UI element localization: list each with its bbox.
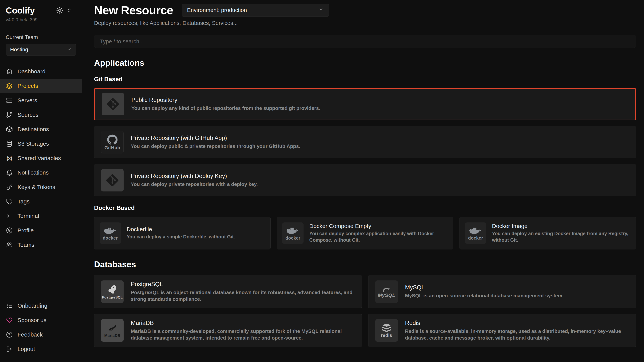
card-title: Public Repository (132, 97, 320, 103)
sidebar-item-label: S3 Storages (18, 141, 49, 147)
sidebar-item-profile[interactable]: Profile (0, 223, 82, 238)
logout-icon (6, 346, 13, 353)
card-description: MariaDB is a community-developed, commer… (131, 328, 355, 341)
mariadb-icon: MariaDB (101, 319, 124, 342)
sidebar-item-tags[interactable]: Tags (0, 194, 82, 209)
docker-based-cards: docker Dockerfile You can deploy a simpl… (94, 217, 636, 249)
sidebar-item-label: Profile (18, 227, 34, 234)
card-description: You can deploy any kind of public reposi… (132, 105, 320, 112)
sidebar-item-label: Logout (18, 346, 35, 352)
sidebar-item-onboarding[interactable]: Onboarding (0, 299, 82, 313)
card-title: Private Repository (with GitHub App) (131, 135, 300, 142)
postgresql-logo-text: PostgreSQL (102, 296, 123, 299)
server-icon (6, 97, 13, 104)
sidebar-item-label: Teams (18, 242, 34, 248)
resource-card-mysql[interactable]: MySQL MySQL MySQL is an open-source rela… (368, 275, 636, 308)
heart-icon (6, 317, 13, 324)
github-icon: GitHub (101, 131, 124, 154)
docker-logo-text: docker (468, 236, 483, 240)
sidebar-item-projects[interactable]: Projects (0, 79, 82, 93)
card-description: Redis is a source-available, in-memory s… (405, 328, 629, 341)
resource-card-docker-image[interactable]: docker Docker Image You can deploy an ex… (460, 217, 636, 249)
page-title: New Resource (94, 3, 173, 17)
resource-card-postgresql[interactable]: PostgreSQL PostgreSQL PostgreSQL is an o… (94, 275, 362, 308)
git-icon (101, 169, 124, 191)
sidebar-item-destinations[interactable]: Destinations (0, 122, 82, 137)
section-applications-title: Applications (94, 58, 636, 68)
environment-select[interactable]: Environment: production (182, 4, 329, 17)
key-icon (6, 183, 13, 191)
sidebar-item-dashboard[interactable]: Dashboard (0, 64, 82, 79)
git-branch-icon (6, 111, 13, 118)
variable-icon: (x) (6, 155, 13, 162)
docker-icon: docker (100, 222, 121, 244)
card-title: Private Repository (with Deploy Key) (131, 173, 258, 180)
resource-card-redis[interactable]: redis Redis Redis is a source-available,… (368, 314, 636, 347)
sidebar-item-label: Onboarding (18, 303, 48, 309)
sidebar-item-logout[interactable]: Logout (0, 342, 82, 356)
card-title: MariaDB (131, 320, 355, 327)
collapse-expand-icon[interactable] (67, 8, 72, 13)
docker-logo-text: docker (103, 236, 118, 240)
page-subtitle: Deploy resources, like Applications, Dat… (94, 20, 636, 26)
redis-icon: redis (375, 319, 398, 342)
resource-card-public-repository[interactable]: Public Repository You can deploy any kin… (94, 88, 636, 120)
card-title: Redis (405, 320, 629, 327)
search-input[interactable] (94, 35, 636, 48)
sidebar-item-label: Feedback (18, 331, 43, 338)
sidebar-item-label: Projects (18, 83, 38, 89)
card-description: You can deploy a simple Dockerfile, with… (127, 234, 235, 240)
subsection-docker-based-title: Docker Based (94, 204, 636, 211)
users-icon (6, 241, 13, 248)
docker-logo-text: docker (286, 236, 300, 240)
resource-card-docker-compose-empty[interactable]: docker Docker Compose Empty You can depl… (277, 217, 453, 249)
docker-icon: docker (465, 222, 486, 244)
sidebar-nav: Dashboard Projects Servers Sources Desti… (0, 64, 82, 252)
card-title: Dockerfile (127, 226, 235, 232)
theme-toggle-icon[interactable] (56, 7, 63, 14)
sidebar: Coolify v4.0.0-beta.399 Current Team Hos… (0, 0, 82, 362)
resource-card-private-repository-github-app[interactable]: GitHub Private Repository (with GitHub A… (94, 126, 636, 158)
postgresql-icon: PostgreSQL (101, 280, 124, 303)
sidebar-item-sources[interactable]: Sources (0, 108, 82, 122)
user-circle-icon (6, 227, 13, 234)
sidebar-item-label: Terminal (18, 213, 39, 219)
app-version: v4.0.0-beta.399 (0, 17, 82, 22)
database-cards: PostgreSQL PostgreSQL PostgreSQL is an o… (94, 275, 636, 347)
current-team-label: Current Team (6, 34, 76, 40)
checklist-icon (6, 302, 13, 309)
chevron-down-icon (67, 47, 72, 53)
card-description: MySQL is an open-source relational datab… (405, 292, 564, 299)
resource-card-private-repository-deploy-key[interactable]: Private Repository (with Deploy Key) You… (94, 164, 636, 196)
resource-card-dockerfile[interactable]: docker Dockerfile You can deploy a simpl… (94, 217, 270, 249)
home-icon (6, 68, 13, 75)
card-title: Docker Compose Empty (309, 223, 448, 229)
sidebar-item-sponsor-us[interactable]: Sponsor us (0, 313, 82, 327)
sidebar-item-teams[interactable]: Teams (0, 238, 82, 252)
section-databases-title: Databases (94, 260, 636, 269)
app-logo: Coolify (6, 5, 35, 15)
card-description: You can deploy public & private reposito… (131, 143, 300, 150)
docker-icon: docker (282, 222, 304, 244)
sidebar-item-shared-variables[interactable]: (x) Shared Variables (0, 151, 82, 166)
card-title: MySQL (405, 284, 564, 291)
mysql-logo-text: MySQL (378, 293, 395, 298)
sidebar-item-s3-storages[interactable]: S3 Storages (0, 137, 82, 151)
sidebar-item-terminal[interactable]: Terminal (0, 209, 82, 223)
sidebar-item-label: Destinations (18, 126, 49, 133)
sidebar-footer-nav: Onboarding Sponsor us Feedback Logout (0, 299, 82, 356)
bell-icon (6, 169, 13, 176)
terminal-icon (6, 212, 13, 220)
sidebar-item-keys-tokens[interactable]: Keys & Tokens (0, 180, 82, 194)
card-description: You can deploy private repositories with… (131, 181, 258, 188)
sidebar-item-servers[interactable]: Servers (0, 93, 82, 108)
coolify-app: Coolify v4.0.0-beta.399 Current Team Hos… (0, 0, 644, 362)
sidebar-item-feedback[interactable]: Feedback (0, 327, 82, 342)
resource-card-mariadb[interactable]: MariaDB MariaDB MariaDB is a community-d… (94, 314, 362, 347)
team-select[interactable]: Hosting (6, 44, 76, 55)
page-header: New Resource Environment: production (94, 3, 636, 17)
brand-row: Coolify (0, 5, 82, 15)
sidebar-item-notifications[interactable]: Notifications (0, 166, 82, 180)
mysql-icon: MySQL (375, 280, 398, 303)
help-circle-icon (6, 331, 13, 338)
